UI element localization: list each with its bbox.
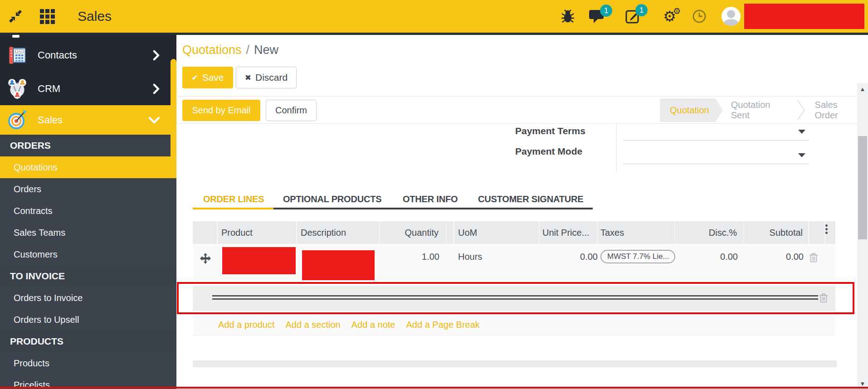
send-by-email-button[interactable]: Send by Email bbox=[182, 100, 260, 121]
sidebar-app-label: Contacts bbox=[38, 49, 77, 61]
top-bar: Sales 1 1 bbox=[0, 0, 868, 33]
save-button[interactable]: ✔ Save bbox=[182, 67, 233, 88]
product-redaction bbox=[222, 247, 296, 274]
column-uom[interactable]: UoM bbox=[454, 221, 540, 244]
user-avatar[interactable] bbox=[722, 7, 741, 26]
discard-button[interactable]: ✖ Discard bbox=[236, 67, 297, 88]
column-description[interactable]: Description bbox=[297, 221, 380, 244]
order-line-row[interactable]: 1.00 Hours 0.00 MWST 7.7% Lie... 0.00 0.… bbox=[193, 244, 835, 281]
tab-optional-products[interactable]: OPTIONAL PRODUCTS bbox=[283, 194, 381, 204]
messages-badge: 1 bbox=[600, 5, 612, 17]
sidebar-item-contracts[interactable]: Contracts bbox=[0, 200, 176, 222]
payment-mode-field[interactable] bbox=[623, 164, 809, 164]
cell-uom[interactable]: Hours bbox=[454, 244, 540, 281]
totals-placeholder-bar bbox=[193, 360, 837, 367]
sidebar-app-sales[interactable]: Sales bbox=[0, 105, 176, 135]
column-discount[interactable]: Disc.% bbox=[675, 221, 744, 244]
sidebar-app-crm[interactable]: CRM bbox=[0, 73, 176, 105]
column-unit-price[interactable]: Unit Price... bbox=[540, 221, 598, 244]
sidebar-item-orders[interactable]: Orders bbox=[0, 178, 176, 200]
column-subtotal[interactable]: Subtotal bbox=[744, 221, 809, 244]
stage-separator-chevron-icon bbox=[796, 99, 806, 122]
tab-other-info[interactable]: OTHER INFO bbox=[403, 194, 458, 204]
close-icon: ✖ bbox=[245, 73, 251, 83]
sidebar-apps-zone: Contacts CRM bbox=[0, 35, 176, 105]
tab-order-lines[interactable]: ORDER LINES bbox=[203, 194, 264, 204]
payment-mode-dropdown-caret[interactable] bbox=[798, 153, 805, 157]
tax-tag[interactable]: MWST 7.7% Lie... bbox=[600, 250, 675, 263]
cell-unit-price[interactable]: 0.00 bbox=[540, 244, 598, 281]
section-header-products: PRODUCTS bbox=[0, 331, 176, 352]
sidebar-item-customers[interactable]: Customers bbox=[0, 243, 176, 265]
add-product-link[interactable]: Add a product bbox=[218, 320, 275, 330]
breadcrumb: Quotations/New bbox=[182, 43, 278, 57]
topbar-right-icons: 1 1 ⚙ ⚙ bbox=[561, 4, 864, 29]
app-screen: Sales 1 1 bbox=[0, 0, 868, 389]
breadcrumb-parent-link[interactable]: Quotations bbox=[182, 43, 242, 57]
sidebar-item-orders-to-upsell[interactable]: Orders to Upsell bbox=[0, 309, 176, 331]
scrolled-item-fragment bbox=[12, 35, 20, 38]
messages-icon[interactable]: 1 bbox=[589, 9, 605, 24]
cell-subtotal: 0.00 bbox=[744, 244, 809, 281]
sidebar-item-orders-to-invoice[interactable]: Orders to Invoice bbox=[0, 287, 176, 309]
column-delete bbox=[809, 221, 825, 244]
row-delete[interactable] bbox=[809, 244, 825, 281]
order-lines-header: Product Description Quantity UoM Unit Pr… bbox=[193, 221, 835, 244]
tab-customer-signature[interactable]: CUSTOMER SIGNATURE bbox=[478, 194, 583, 204]
sidebar-item-quotations[interactable]: Quotations bbox=[0, 156, 176, 178]
trash-icon bbox=[809, 252, 818, 263]
compress-icon[interactable] bbox=[8, 10, 23, 23]
stage-quotation[interactable]: Quotation bbox=[660, 98, 723, 122]
stage-quotation-sent[interactable]: Quotation Sent bbox=[723, 100, 795, 121]
cell-quantity[interactable]: 1.00 bbox=[380, 244, 447, 281]
cell-description[interactable] bbox=[297, 244, 380, 281]
main-scrollbar[interactable]: ▲ ▼ bbox=[857, 83, 868, 389]
sidebar-item-sales-teams[interactable]: Sales Teams bbox=[0, 222, 176, 243]
apps-grid-icon[interactable] bbox=[40, 9, 55, 24]
section-header-orders: ORDERS bbox=[0, 135, 176, 156]
scrollbar-thumb[interactable] bbox=[858, 136, 867, 239]
check-icon: ✔ bbox=[191, 73, 198, 83]
activities-icon[interactable]: 1 bbox=[625, 9, 640, 24]
sidebar-scrollbar-thumb[interactable] bbox=[171, 59, 176, 162]
cell-product[interactable] bbox=[218, 244, 297, 281]
page-break-trash-icon[interactable] bbox=[819, 292, 828, 303]
add-page-break-link[interactable]: Add a Page Break bbox=[406, 320, 479, 330]
cell-taxes[interactable]: MWST 7.7% Lie... bbox=[598, 244, 675, 281]
sidebar-app-label: Sales bbox=[38, 114, 63, 126]
add-section-link[interactable]: Add a section bbox=[286, 320, 341, 330]
confirm-button[interactable]: Confirm bbox=[266, 100, 317, 121]
payment-terms-field[interactable] bbox=[623, 140, 809, 141]
sidebar-app-contacts[interactable]: Contacts bbox=[0, 38, 176, 73]
sales-target-icon bbox=[6, 109, 29, 131]
column-product[interactable]: Product bbox=[218, 221, 297, 244]
settings-gears-icon[interactable]: ⚙ ⚙ bbox=[663, 10, 676, 23]
description-redaction bbox=[302, 250, 375, 280]
activity-clock-icon[interactable] bbox=[692, 9, 707, 24]
activities-badge: 1 bbox=[635, 4, 648, 16]
debug-bug-icon[interactable] bbox=[561, 9, 575, 24]
cell-discount[interactable]: 0.00 bbox=[675, 244, 744, 281]
page-break-line bbox=[212, 298, 818, 300]
breadcrumb-separator: / bbox=[246, 43, 250, 57]
add-note-link[interactable]: Add a note bbox=[351, 320, 395, 330]
control-panel-divider bbox=[177, 96, 868, 97]
username-redaction bbox=[744, 4, 864, 29]
statusbar-border bbox=[177, 123, 868, 124]
column-spacer bbox=[447, 221, 454, 244]
sidebar-item-products[interactable]: Products bbox=[0, 352, 176, 374]
sidebar: Contacts CRM bbox=[0, 35, 176, 389]
sidebar-app-label: CRM bbox=[38, 83, 60, 95]
scrollbar-up-arrow[interactable]: ▲ bbox=[857, 86, 868, 92]
breadcrumb-current: New bbox=[254, 43, 278, 57]
column-quantity[interactable]: Quantity bbox=[380, 221, 447, 244]
order-lines-footer: Add a product Add a section Add a note A… bbox=[193, 314, 835, 336]
scrollbar-down-arrow[interactable]: ▼ bbox=[857, 380, 868, 387]
column-taxes[interactable]: Taxes bbox=[598, 221, 675, 244]
optional-columns-icon[interactable] bbox=[825, 221, 835, 244]
payment-terms-dropdown-caret[interactable] bbox=[798, 130, 805, 134]
move-arrows-icon bbox=[200, 253, 211, 264]
handle-column-header bbox=[193, 221, 218, 244]
chevron-down-icon bbox=[148, 116, 160, 124]
row-drag-handle[interactable] bbox=[193, 244, 218, 281]
